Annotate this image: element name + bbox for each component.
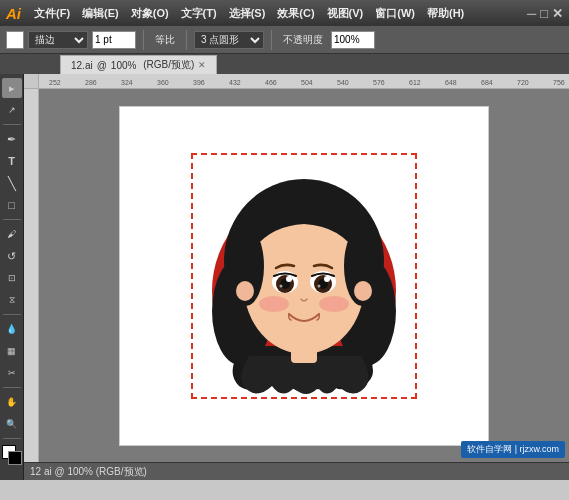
canvas-container: 252 286 324 360 396 432 466 504 540 576 … bbox=[24, 74, 569, 480]
rect-tool[interactable]: □ bbox=[2, 195, 22, 215]
toolbar-divider-2 bbox=[186, 30, 187, 50]
fill-stroke-swatch[interactable] bbox=[2, 445, 22, 465]
svg-point-9 bbox=[259, 296, 289, 312]
opacity-input[interactable] bbox=[331, 31, 375, 49]
line-tool[interactable]: ╲ bbox=[2, 173, 22, 193]
toolbar-divider-3 bbox=[271, 30, 272, 50]
svg-point-19 bbox=[280, 284, 283, 287]
tab-close[interactable]: ✕ bbox=[198, 60, 206, 70]
fill-swatch[interactable] bbox=[6, 31, 24, 49]
menu-object[interactable]: 对象(O) bbox=[126, 6, 174, 21]
tab-zoom: @ bbox=[97, 60, 107, 71]
tool-separator-4 bbox=[3, 387, 21, 388]
tab-filename: 12.ai bbox=[71, 60, 93, 71]
opacity-label: 不透明度 bbox=[279, 31, 327, 49]
close-button[interactable]: ✕ bbox=[552, 6, 563, 21]
gradient-tool[interactable]: ▦ bbox=[2, 341, 22, 361]
ruler-num-324: 324 bbox=[121, 79, 133, 86]
menu-edit[interactable]: 编辑(E) bbox=[77, 6, 124, 21]
toolbar-divider-1 bbox=[143, 30, 144, 50]
tool-separator-3 bbox=[3, 314, 21, 315]
watermark: 软件自学网 | rjzxw.com bbox=[461, 441, 565, 458]
canvas-ruler-area: 软件自学网 | rjzxw.com bbox=[24, 89, 569, 462]
ruler-num-612: 612 bbox=[409, 79, 421, 86]
zoom-tool[interactable]: 🔍 bbox=[2, 414, 22, 434]
svg-point-10 bbox=[319, 296, 349, 312]
ruler-num-504: 504 bbox=[301, 79, 313, 86]
ruler-corner bbox=[24, 74, 39, 89]
status-text: 12 ai @ 100% (RGB/预览) bbox=[30, 465, 147, 479]
ruler-num-576: 576 bbox=[373, 79, 385, 86]
artwork-svg bbox=[194, 156, 414, 396]
ruler-num-252: 252 bbox=[49, 79, 61, 86]
svg-point-17 bbox=[286, 276, 292, 282]
ruler-num-466: 466 bbox=[265, 79, 277, 86]
selection-tool[interactable]: ▸ bbox=[2, 78, 22, 98]
ruler-num-360: 360 bbox=[157, 79, 169, 86]
menu-items-row: 文件(F) 编辑(E) 对象(O) 文字(T) 选择(S) 效果(C) 视图(V… bbox=[29, 6, 527, 21]
rotate-tool[interactable]: ↺ bbox=[2, 246, 22, 266]
svg-rect-21 bbox=[291, 349, 317, 363]
ruler-num-720: 720 bbox=[517, 79, 529, 86]
minimize-button[interactable]: ─ bbox=[527, 6, 536, 21]
ruler-num-684: 684 bbox=[481, 79, 493, 86]
title-bar: Ai 文件(F) 编辑(E) 对象(O) 文字(T) 选择(S) 效果(C) 视… bbox=[0, 0, 569, 26]
watermark-text: 软件自学网 bbox=[467, 444, 512, 454]
tab-bar: 12.ai @ 100% (RGB/预览) ✕ bbox=[0, 54, 569, 74]
menu-effect[interactable]: 效果(C) bbox=[272, 6, 319, 21]
ruler-row: 252 286 324 360 396 432 466 504 540 576 … bbox=[24, 74, 569, 89]
text-tool[interactable]: T bbox=[2, 151, 22, 171]
maximize-button[interactable]: □ bbox=[540, 6, 548, 21]
blend-tool[interactable]: ⧖ bbox=[2, 290, 22, 310]
left-toolbar: ▸ ↗ ✒ T ╲ □ 🖌 ↺ ⊡ ⧖ 💧 ▦ ✂ ✋ 🔍 bbox=[0, 74, 24, 480]
menu-view[interactable]: 视图(V) bbox=[322, 6, 369, 21]
artboard bbox=[119, 106, 489, 446]
ruler-num-286: 286 bbox=[85, 79, 97, 86]
ruler-num-432: 432 bbox=[229, 79, 241, 86]
tool-separator-2 bbox=[3, 219, 21, 220]
stroke-select[interactable]: 描边 bbox=[28, 31, 88, 49]
main-area: ▸ ↗ ✒ T ╲ □ 🖌 ↺ ⊡ ⧖ 💧 ▦ ✂ ✋ 🔍 252 bbox=[0, 74, 569, 480]
app-logo: Ai bbox=[6, 5, 21, 22]
brush-tool[interactable]: 🖌 bbox=[2, 224, 22, 244]
ruler-num-756: 756 bbox=[553, 79, 565, 86]
ruler-num-396: 396 bbox=[193, 79, 205, 86]
window-controls: ─ □ ✕ bbox=[527, 6, 563, 21]
watermark-url-text: rjzxw.com bbox=[519, 444, 559, 454]
svg-point-8 bbox=[354, 281, 372, 301]
menu-window[interactable]: 窗口(W) bbox=[370, 6, 420, 21]
style-label: 等比 bbox=[151, 31, 179, 49]
svg-point-20 bbox=[318, 284, 321, 287]
pen-tool[interactable]: ✒ bbox=[2, 129, 22, 149]
document-tab[interactable]: 12.ai @ 100% (RGB/预览) ✕ bbox=[60, 55, 217, 74]
direct-selection-tool[interactable]: ↗ bbox=[2, 100, 22, 120]
hand-tool[interactable]: ✋ bbox=[2, 392, 22, 412]
ruler-num-648: 648 bbox=[445, 79, 457, 86]
shape-select[interactable]: 3 点圆形 bbox=[194, 31, 264, 49]
stroke-weight-input[interactable] bbox=[92, 31, 136, 49]
tab-colormode: (RGB/预览) bbox=[140, 58, 194, 72]
menu-file[interactable]: 文件(F) bbox=[29, 6, 75, 21]
canvas-scroll-area[interactable]: 软件自学网 | rjzxw.com bbox=[39, 89, 569, 462]
scale-tool[interactable]: ⊡ bbox=[2, 268, 22, 288]
toolbar: 描边 等比 3 点圆形 不透明度 bbox=[0, 26, 569, 54]
eyedrop-tool[interactable]: 💧 bbox=[2, 319, 22, 339]
scissors-tool[interactable]: ✂ bbox=[2, 363, 22, 383]
ruler-num-540: 540 bbox=[337, 79, 349, 86]
menu-text[interactable]: 文字(T) bbox=[176, 6, 222, 21]
menu-help[interactable]: 帮助(H) bbox=[422, 6, 469, 21]
status-bar: 12 ai @ 100% (RGB/预览) bbox=[24, 462, 569, 480]
ruler-vertical bbox=[24, 89, 39, 462]
svg-point-7 bbox=[236, 281, 254, 301]
menu-select[interactable]: 选择(S) bbox=[224, 6, 271, 21]
tool-separator-5 bbox=[3, 438, 21, 439]
tool-separator-1 bbox=[3, 124, 21, 125]
svg-point-18 bbox=[324, 276, 330, 282]
tab-zoom-value: 100% bbox=[111, 60, 137, 71]
ruler-horizontal: 252 286 324 360 396 432 466 504 540 576 … bbox=[39, 74, 569, 89]
